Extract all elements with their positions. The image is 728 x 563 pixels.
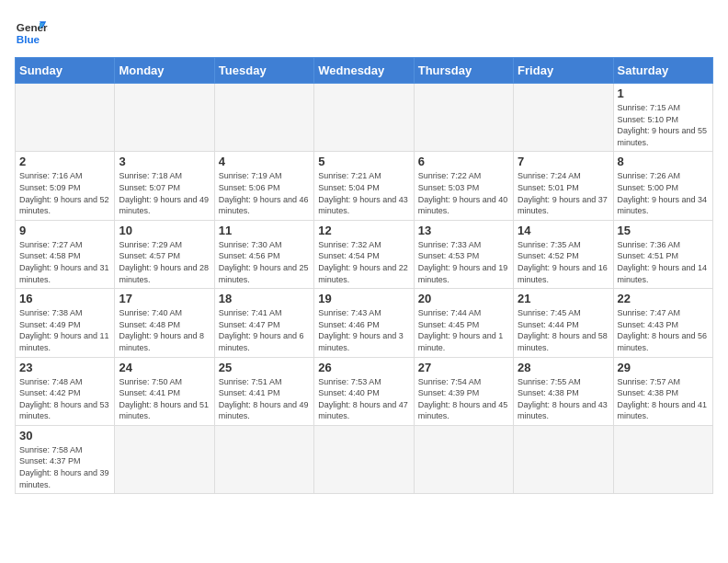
day-info: Sunrise: 7:47 AM Sunset: 4:43 PM Dayligh… [618,307,709,353]
calendar-cell: 12Sunrise: 7:32 AM Sunset: 4:54 PM Dayli… [314,220,414,288]
day-number: 23 [19,361,110,374]
calendar-cell [214,425,313,493]
day-info: Sunrise: 7:54 AM Sunset: 4:39 PM Dayligh… [418,376,509,422]
day-info: Sunrise: 7:55 AM Sunset: 4:38 PM Dayligh… [518,376,609,422]
day-number: 6 [418,155,509,168]
calendar-cell [16,84,115,152]
calendar-cell: 1Sunrise: 7:15 AM Sunset: 5:10 PM Daylig… [613,84,712,152]
calendar-cell: 13Sunrise: 7:33 AM Sunset: 4:53 PM Dayli… [414,220,513,288]
day-number: 19 [318,292,409,305]
day-number: 18 [219,292,310,305]
day-number: 27 [418,361,509,374]
calendar-cell [314,84,414,152]
day-number: 15 [618,224,709,237]
day-number: 29 [618,361,709,374]
day-info: Sunrise: 7:50 AM Sunset: 4:41 PM Dayligh… [119,376,210,422]
day-info: Sunrise: 7:57 AM Sunset: 4:38 PM Dayligh… [618,376,709,422]
calendar-cell: 22Sunrise: 7:47 AM Sunset: 4:43 PM Dayli… [613,289,712,357]
column-header-monday: Monday [115,58,214,84]
page: General Blue SundayMondayTuesdayWednesda… [0,0,728,503]
day-number: 2 [19,155,110,168]
calendar-cell: 19Sunrise: 7:43 AM Sunset: 4:46 PM Dayli… [314,289,414,357]
calendar-cell: 29Sunrise: 7:57 AM Sunset: 4:38 PM Dayli… [613,357,712,425]
calendar-cell: 15Sunrise: 7:36 AM Sunset: 4:51 PM Dayli… [613,220,712,288]
calendar-cell: 4Sunrise: 7:19 AM Sunset: 5:06 PM Daylig… [214,152,313,220]
day-number: 21 [518,292,609,305]
day-number: 7 [518,155,609,168]
calendar-cell: 6Sunrise: 7:22 AM Sunset: 5:03 PM Daylig… [414,152,513,220]
calendar-cell [115,84,214,152]
day-info: Sunrise: 7:32 AM Sunset: 4:54 PM Dayligh… [318,239,409,285]
day-number: 13 [418,224,509,237]
day-number: 5 [318,155,409,168]
calendar-cell: 21Sunrise: 7:45 AM Sunset: 4:44 PM Dayli… [514,289,613,357]
day-info: Sunrise: 7:26 AM Sunset: 5:00 PM Dayligh… [618,170,709,216]
day-number: 1 [618,86,709,100]
day-info: Sunrise: 7:40 AM Sunset: 4:48 PM Dayligh… [119,307,210,353]
calendar-cell: 11Sunrise: 7:30 AM Sunset: 4:56 PM Dayli… [214,220,313,288]
generalblue-logo-icon: General Blue [15,15,48,48]
calendar-cell [115,425,214,493]
column-header-saturday: Saturday [613,58,712,84]
day-number: 20 [418,292,509,305]
day-number: 3 [119,155,210,168]
calendar-cell [514,425,613,493]
calendar-cell [414,84,513,152]
calendar-cell: 10Sunrise: 7:29 AM Sunset: 4:57 PM Dayli… [115,220,214,288]
day-info: Sunrise: 7:22 AM Sunset: 5:03 PM Dayligh… [418,170,509,216]
day-number: 26 [318,361,409,374]
day-info: Sunrise: 7:21 AM Sunset: 5:04 PM Dayligh… [318,170,409,216]
day-info: Sunrise: 7:38 AM Sunset: 4:49 PM Dayligh… [19,307,110,353]
day-info: Sunrise: 7:53 AM Sunset: 4:40 PM Dayligh… [318,376,409,422]
header: General Blue [15,15,713,48]
calendar-cell: 8Sunrise: 7:26 AM Sunset: 5:00 PM Daylig… [613,152,712,220]
calendar-cell: 17Sunrise: 7:40 AM Sunset: 4:48 PM Dayli… [115,289,214,357]
svg-text:Blue: Blue [17,33,40,45]
calendar-cell: 14Sunrise: 7:35 AM Sunset: 4:52 PM Dayli… [514,220,613,288]
day-info: Sunrise: 7:36 AM Sunset: 4:51 PM Dayligh… [618,239,709,285]
calendar-header-row: SundayMondayTuesdayWednesdayThursdayFrid… [16,58,713,84]
calendar-cell: 9Sunrise: 7:27 AM Sunset: 4:58 PM Daylig… [16,220,115,288]
calendar-cell: 3Sunrise: 7:18 AM Sunset: 5:07 PM Daylig… [115,152,214,220]
day-number: 22 [618,292,709,305]
column-header-sunday: Sunday [16,58,115,84]
day-info: Sunrise: 7:24 AM Sunset: 5:01 PM Dayligh… [518,170,609,216]
day-number: 9 [19,224,110,237]
calendar-cell: 7Sunrise: 7:24 AM Sunset: 5:01 PM Daylig… [514,152,613,220]
day-info: Sunrise: 7:18 AM Sunset: 5:07 PM Dayligh… [119,170,210,216]
day-info: Sunrise: 7:35 AM Sunset: 4:52 PM Dayligh… [518,239,609,285]
day-number: 4 [219,155,310,168]
calendar-cell [214,84,313,152]
calendar-week-1: 1Sunrise: 7:15 AM Sunset: 5:10 PM Daylig… [16,84,713,152]
day-info: Sunrise: 7:41 AM Sunset: 4:47 PM Dayligh… [219,307,310,353]
day-number: 17 [119,292,210,305]
day-info: Sunrise: 7:29 AM Sunset: 4:57 PM Dayligh… [119,239,210,285]
day-number: 8 [618,155,709,168]
day-number: 30 [19,429,110,442]
day-info: Sunrise: 7:58 AM Sunset: 4:37 PM Dayligh… [19,444,110,490]
calendar-table: SundayMondayTuesdayWednesdayThursdayFrid… [15,57,713,494]
day-number: 11 [219,224,310,237]
column-header-friday: Friday [514,58,613,84]
calendar-cell: 16Sunrise: 7:38 AM Sunset: 4:49 PM Dayli… [16,289,115,357]
calendar-cell [514,84,613,152]
calendar-cell: 23Sunrise: 7:48 AM Sunset: 4:42 PM Dayli… [16,357,115,425]
day-info: Sunrise: 7:19 AM Sunset: 5:06 PM Dayligh… [219,170,310,216]
calendar-cell [414,425,513,493]
day-number: 10 [119,224,210,237]
calendar-week-2: 2Sunrise: 7:16 AM Sunset: 5:09 PM Daylig… [16,152,713,220]
day-info: Sunrise: 7:15 AM Sunset: 5:10 PM Dayligh… [618,102,709,148]
day-info: Sunrise: 7:33 AM Sunset: 4:53 PM Dayligh… [418,239,509,285]
day-number: 12 [318,224,409,237]
day-info: Sunrise: 7:48 AM Sunset: 4:42 PM Dayligh… [19,376,110,422]
column-header-tuesday: Tuesday [214,58,313,84]
calendar-cell: 26Sunrise: 7:53 AM Sunset: 4:40 PM Dayli… [314,357,414,425]
day-number: 25 [219,361,310,374]
day-info: Sunrise: 7:43 AM Sunset: 4:46 PM Dayligh… [318,307,409,353]
calendar-week-3: 9Sunrise: 7:27 AM Sunset: 4:58 PM Daylig… [16,220,713,288]
calendar-cell: 2Sunrise: 7:16 AM Sunset: 5:09 PM Daylig… [16,152,115,220]
day-number: 14 [518,224,609,237]
day-number: 16 [19,292,110,305]
calendar-week-6: 30Sunrise: 7:58 AM Sunset: 4:37 PM Dayli… [16,425,713,493]
day-info: Sunrise: 7:27 AM Sunset: 4:58 PM Dayligh… [19,239,110,285]
